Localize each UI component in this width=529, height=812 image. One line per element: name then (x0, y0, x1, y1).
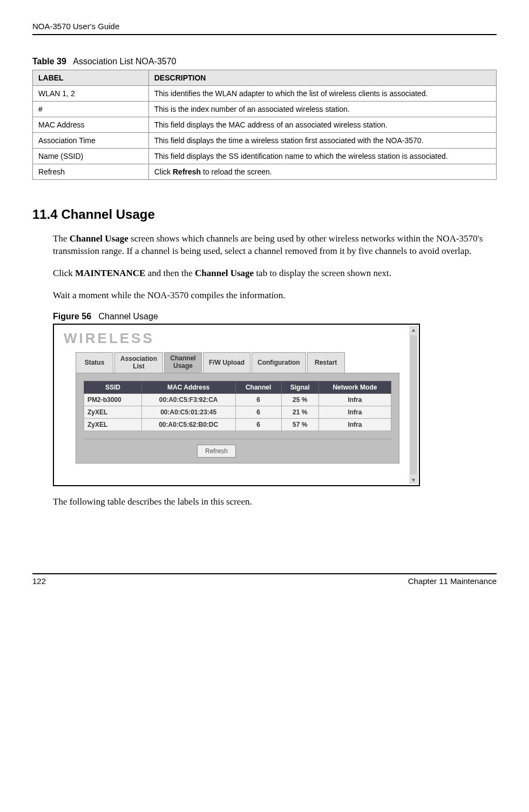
p2-bold2: Channel Usage (195, 268, 254, 278)
cell-desc-bold: Refresh (173, 167, 201, 176)
cell-desc: This field displays the time a wireless … (148, 133, 496, 149)
wireless-brand: WIRELESS (54, 325, 419, 352)
tab-chan-line2: Usage (170, 363, 196, 370)
table39-caption-text: Association List NOA-3570 (73, 57, 176, 66)
scroll-thumb[interactable] (410, 335, 417, 475)
cell-channel: 6 (235, 406, 281, 419)
cell-desc: This field displays the MAC address of a… (148, 117, 496, 133)
tab-restart[interactable]: Restart (307, 352, 345, 373)
cell-channel: 6 (235, 419, 281, 431)
cell-signal: 57 % (281, 419, 318, 431)
table-row: # This is the index number of an associa… (33, 102, 497, 117)
tab-channel-usage[interactable]: ChannelUsage (164, 352, 202, 373)
divider (84, 439, 391, 439)
tab-restart-label: Restart (313, 359, 339, 367)
col-ssid: SSID (84, 381, 142, 394)
table-row: ZyXEL 00:A0:C5:62:B0:DC 6 57 % Infra (84, 419, 391, 431)
scroll-down-icon[interactable]: ▼ (409, 475, 418, 484)
table39-caption-num: Table 39 (32, 57, 66, 66)
cell-signal: 21 % (281, 406, 318, 419)
tab-fw-label: F/W Upload (209, 359, 245, 367)
table-row: Name (SSID) This field displays the SS i… (33, 149, 497, 164)
table39-header-desc: DESCRIPTION (148, 70, 496, 86)
table-row: ZyXEL 00:A0:C5:01:23:45 6 21 % Infra (84, 406, 391, 419)
cell-desc: This identifies the WLAN adapter to whic… (148, 86, 496, 102)
cell-mac: 00:A0:C5:62:B0:DC (141, 419, 235, 431)
tab-fw-upload[interactable]: F/W Upload (203, 352, 250, 373)
paragraph: The following table describes the labels… (53, 496, 497, 508)
tab-association-list[interactable]: AssociationList (114, 352, 163, 373)
table39-caption: Table 39 Association List NOA-3570 (32, 57, 497, 66)
table-row: PM2-b3000 00:A0:C5:F3:92:CA 6 25 % Infra (84, 394, 391, 406)
tab-config-label: Configuration (257, 359, 300, 367)
tab-status[interactable]: Status (76, 352, 113, 373)
figure56-caption-text: Channel Usage (98, 312, 158, 321)
table-row: WLAN 1, 2 This identifies the WLAN adapt… (33, 86, 497, 102)
cell-desc: This is the index number of an associate… (148, 102, 496, 117)
cell-mac: 00:A0:C5:F3:92:CA (141, 394, 235, 406)
cell-ssid: ZyXEL (84, 419, 142, 431)
cell-desc: This field displays the SS identificatio… (148, 149, 496, 164)
cell-label: # (33, 102, 149, 117)
p1-bold: Channel Usage (70, 233, 128, 244)
tab-status-label: Status (82, 359, 107, 367)
cell-label: MAC Address (33, 117, 149, 133)
p2-pre: Click (53, 268, 75, 278)
cell-label: Name (SSID) (33, 149, 149, 164)
paragraph: Click MAINTENANCE and then the Channel U… (53, 267, 497, 280)
channel-usage-panel: SSID MAC Address Channel Signal Network … (76, 373, 399, 464)
tab-configuration[interactable]: Configuration (252, 352, 306, 373)
channel-usage-table: SSID MAC Address Channel Signal Network … (84, 381, 391, 431)
paragraph: The Channel Usage screen shows which cha… (53, 233, 497, 258)
col-mac: MAC Address (141, 381, 235, 394)
p2-bold1: MAINTENANCE (75, 268, 145, 278)
footer: 122 Chapter 11 Maintenance (32, 573, 497, 586)
scrollbar[interactable]: ▲ ▼ (409, 326, 418, 485)
section-heading: 11.4 Channel Usage (32, 207, 497, 222)
cell-mode: Infra (318, 406, 391, 419)
cell-ssid: ZyXEL (84, 406, 142, 419)
col-mode: Network Mode (318, 381, 391, 394)
scroll-up-icon[interactable]: ▲ (409, 326, 418, 334)
p2-mid: and then the (145, 268, 195, 278)
chapter-label: Chapter 11 Maintenance (408, 576, 497, 586)
tab-chan-line1: Channel (170, 355, 196, 363)
footer-rule (32, 573, 497, 574)
p2-post: tab to display the screen shown next. (254, 268, 391, 278)
cell-mode: Infra (318, 419, 391, 431)
col-channel: Channel (235, 381, 281, 394)
figure-screenshot: WIRELESS Status AssociationList ChannelU… (53, 324, 420, 487)
cell-ssid: PM2-b3000 (84, 394, 142, 406)
figure56-caption-num: Figure 56 (53, 312, 91, 321)
table-row: MAC Address This field displays the MAC … (33, 117, 497, 133)
table-row: Association Time This field displays the… (33, 133, 497, 149)
cell-channel: 6 (235, 394, 281, 406)
cell-signal: 25 % (281, 394, 318, 406)
refresh-button[interactable]: Refresh (197, 445, 236, 458)
paragraph: Wait a moment while the NOA-3570 compile… (53, 290, 497, 302)
figure56-caption: Figure 56 Channel Usage (53, 312, 497, 321)
col-signal: Signal (281, 381, 318, 394)
cell-mode: Infra (318, 394, 391, 406)
cell-label: Association Time (33, 133, 149, 149)
tab-assoc-line1: Association (120, 355, 157, 363)
cell-desc-post: to reload the screen. (201, 167, 272, 176)
tab-assoc-line2: List (120, 363, 157, 371)
table-row: Refresh Click Refresh to reload the scre… (33, 164, 497, 180)
table39-header-label: LABEL (33, 70, 149, 86)
table39: LABEL DESCRIPTION WLAN 1, 2 This identif… (32, 70, 497, 180)
header-rule (32, 34, 497, 35)
cell-mac: 00:A0:C5:01:23:45 (141, 406, 235, 419)
cell-desc: Click Refresh to reload the screen. (148, 164, 496, 180)
cell-label: Refresh (33, 164, 149, 180)
tabs-row: Status AssociationList ChannelUsage F/W … (76, 352, 399, 374)
cell-label: WLAN 1, 2 (33, 86, 149, 102)
page-number: 122 (32, 576, 46, 586)
cell-desc-pre: Click (154, 167, 173, 176)
p1-pre: The (53, 233, 70, 244)
running-header: NOA-3570 User's Guide (32, 22, 497, 31)
